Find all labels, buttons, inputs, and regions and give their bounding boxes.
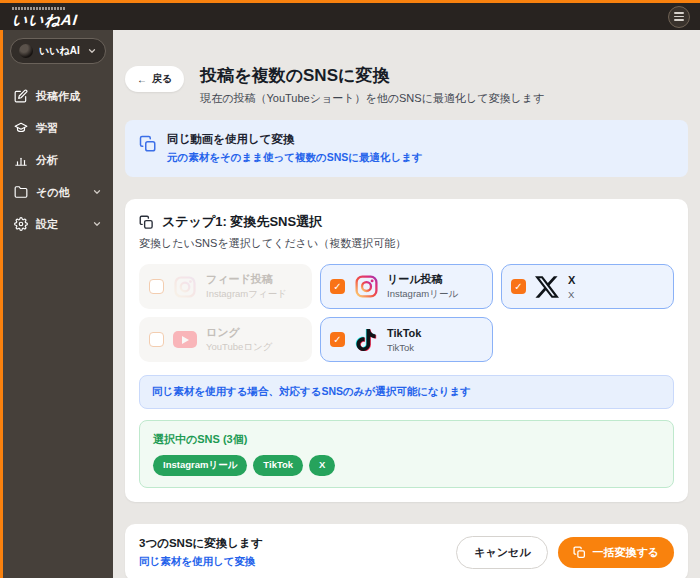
same-material-link[interactable]: 同じ素材を使用して変換 <box>139 555 263 569</box>
chevron-down-icon <box>92 187 102 197</box>
graduation-cap-icon <box>14 121 28 135</box>
sns-options-grid: フィード投稿 Instagramフィード ✓ リール投稿 Instagramリー… <box>139 264 674 362</box>
sns-option-youtube-long: ロング YouTubeロング <box>139 317 312 362</box>
sidebar-item-others[interactable]: その他 <box>10 178 106 206</box>
logo-text: いいねAI <box>11 12 79 27</box>
page-title: 投稿を複数のSNSに変換 <box>200 64 544 87</box>
main-content: ← 戻る 投稿を複数のSNSに変換 現在の投稿（YouTubeショート）を他のS… <box>113 30 700 578</box>
sidebar-item-label: 分析 <box>36 153 58 168</box>
same-material-note: 同じ素材を使用する場合、対応するSNSのみが選択可能になります <box>139 375 674 409</box>
logo-tagline <box>12 7 66 10</box>
sns-option-title: リール投稿 <box>387 272 458 286</box>
sidebar-item-settings[interactable]: 設定 <box>10 210 106 238</box>
x-icon <box>534 274 560 300</box>
tiktok-icon <box>353 327 379 353</box>
back-button[interactable]: ← 戻る <box>125 66 184 92</box>
bulk-convert-button[interactable]: 一括変換する <box>558 537 674 568</box>
footer-action-bar: 3つのSNSに変換します 同じ素材を使用して変換 キャンセル 一括変換する <box>125 524 688 578</box>
same-video-banner: 同じ動画を使用して変換 元の素材をそのまま使って複数のSNSに最適化します <box>125 120 688 177</box>
bar-chart-icon <box>14 153 28 167</box>
sns-option-title: X <box>568 273 575 287</box>
banner-title: 同じ動画を使用して変換 <box>167 132 423 147</box>
sns-option-instagram-feed: フィード投稿 Instagramフィード <box>139 264 312 309</box>
sns-option-title: TikTok <box>387 326 421 340</box>
sidebar-item-post-create[interactable]: 投稿作成 <box>10 82 106 110</box>
sidebar: いいねAI 投稿作成 学習 分析 その他 設定 <box>0 30 113 578</box>
sns-badge: X <box>309 455 335 476</box>
sns-option-title: ロング <box>206 325 273 339</box>
banner-subtitle: 元の素材をそのまま使って複数のSNSに最適化します <box>167 151 423 165</box>
sns-option-title: フィード投稿 <box>206 272 287 286</box>
checkbox-unchecked <box>149 279 164 294</box>
back-arrow-icon: ← <box>137 74 147 85</box>
checkbox-checked[interactable]: ✓ <box>330 279 345 294</box>
sidebar-item-analytics[interactable]: 分析 <box>10 146 106 174</box>
sidebar-nav: 投稿作成 学習 分析 その他 設定 <box>10 82 106 238</box>
sns-badge: Instagramリール <box>153 455 247 476</box>
sidebar-item-label: 設定 <box>36 217 58 232</box>
edit-icon <box>14 89 28 103</box>
page-header: ← 戻る 投稿を複数のSNSに変換 現在の投稿（YouTubeショート）を他のS… <box>125 64 688 106</box>
checkbox-unchecked <box>149 332 164 347</box>
sns-option-instagram-reels[interactable]: ✓ リール投稿 Instagramリール <box>320 264 493 309</box>
page-subtitle: 現在の投稿（YouTubeショート）を他のSNSに最適化して変換します <box>200 91 544 106</box>
copy-icon <box>139 215 154 230</box>
app-logo: いいねAI <box>10 7 78 27</box>
chevron-down-icon <box>92 219 102 229</box>
hamburger-menu-icon[interactable] <box>668 6 690 28</box>
sns-option-subtitle: YouTubeロング <box>206 341 273 354</box>
cancel-button[interactable]: キャンセル <box>456 536 548 569</box>
sns-option-subtitle: TikTok <box>387 342 421 353</box>
checkbox-checked[interactable]: ✓ <box>511 279 526 294</box>
sns-option-x[interactable]: ✓ X X <box>501 264 674 309</box>
sidebar-item-learning[interactable]: 学習 <box>10 114 106 142</box>
sidebar-item-label: 学習 <box>36 121 58 136</box>
checkbox-checked[interactable]: ✓ <box>330 332 345 347</box>
sidebar-item-label: 投稿作成 <box>36 89 80 104</box>
folder-icon <box>14 185 28 199</box>
instagram-icon <box>353 274 379 300</box>
workspace-avatar <box>19 44 33 58</box>
sidebar-item-label: その他 <box>36 185 70 200</box>
sns-option-subtitle: Instagramリール <box>387 288 458 301</box>
conversion-summary: 3つのSNSに変換します <box>139 536 263 551</box>
chevron-down-icon <box>87 46 97 56</box>
selected-sns-box: 選択中のSNS (3個) Instagramリール TikTok X <box>139 420 674 488</box>
selected-sns-label: 選択中のSNS (3個) <box>153 432 660 447</box>
top-bar: いいねAI <box>0 0 700 30</box>
instagram-icon <box>172 274 198 300</box>
workspace-label: いいねAI <box>39 44 81 58</box>
copy-icon <box>139 135 157 153</box>
selected-sns-badges: Instagramリール TikTok X <box>153 455 660 476</box>
sns-badge: TikTok <box>253 455 303 476</box>
step-title: ステップ1: 変換先SNS選択 <box>162 213 322 231</box>
sns-option-subtitle: X <box>568 289 575 300</box>
sns-option-subtitle: Instagramフィード <box>206 288 287 301</box>
copy-icon <box>573 546 586 559</box>
step1-card: ステップ1: 変換先SNS選択 変換したいSNSを選択してください（複数選択可能… <box>125 199 688 502</box>
sns-option-tiktok[interactable]: ✓ TikTok TikTok <box>320 317 493 362</box>
workspace-selector[interactable]: いいねAI <box>10 38 106 64</box>
step-subtitle: 変換したいSNSを選択してください（複数選択可能） <box>139 236 674 251</box>
gear-icon <box>14 217 28 231</box>
youtube-icon <box>172 327 198 353</box>
